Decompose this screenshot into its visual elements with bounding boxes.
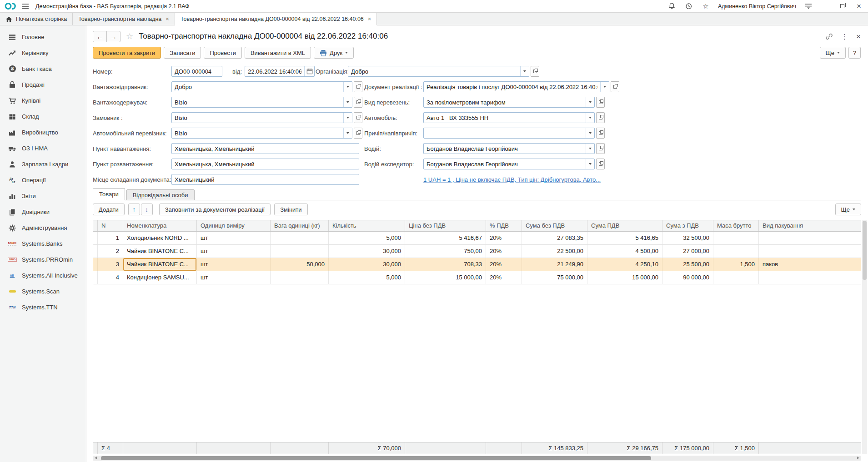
calendar-icon[interactable] [304, 66, 314, 76]
cell[interactable]: 20% [486, 232, 522, 244]
sidebar-item-systems-ttn[interactable]: TTN Systems.TTN [0, 299, 86, 315]
open-shipper-button[interactable] [354, 81, 362, 92]
cell[interactable]: 15 000,00 [587, 271, 662, 284]
cell[interactable]: шт [197, 232, 271, 244]
trailer-input[interactable] [424, 128, 586, 138]
save-button[interactable]: Записати [164, 47, 201, 59]
tab-home[interactable]: Початкова сторінка [0, 13, 73, 25]
table-row[interactable]: 2 Чайник BINATONE C... шт 30,000 750,00 … [93, 245, 861, 258]
cell[interactable]: Холодильник NORD ... [123, 232, 197, 244]
unloading-point-input[interactable] [171, 159, 359, 169]
open-organization-button[interactable] [531, 66, 539, 77]
current-user-name[interactable]: Админенко Віктор Сергійович [718, 3, 796, 10]
cell[interactable]: 4 [98, 271, 123, 284]
chevron-down-icon[interactable] [343, 97, 352, 107]
cell[interactable]: 5,000 [329, 232, 405, 244]
cell[interactable]: 3 [98, 258, 123, 271]
pricing-settings-link[interactable]: 1 UAH = 1 , Ціна не включає ПДВ, Тип цін… [423, 176, 601, 183]
tab-ttn-list[interactable]: Товарно-транспортна накладна × [73, 13, 175, 25]
sidebar-item-salary-hr[interactable]: Зарплата і кадри [0, 156, 86, 172]
cell[interactable]: 1 [98, 232, 123, 244]
sidebar-item-systems-all-inclusive[interactable]: All- Systems.All-Inclusive [0, 268, 86, 283]
cell[interactable]: 30,000 [329, 245, 405, 258]
scroll-left-arrow-icon[interactable] [95, 457, 97, 459]
cell[interactable] [271, 232, 329, 244]
help-button[interactable]: ? [848, 47, 861, 59]
close-icon[interactable]: × [166, 15, 169, 22]
open-sales-doc-button[interactable] [611, 81, 619, 92]
open-carrier-button[interactable] [354, 128, 362, 139]
organization-input[interactable] [348, 66, 520, 76]
chevron-down-icon[interactable] [586, 128, 594, 138]
open-vehicle-button[interactable] [596, 112, 605, 123]
sidebar-item-manager[interactable]: Керівнику [0, 45, 86, 61]
transport-type-input[interactable] [424, 97, 586, 107]
carrier-input[interactable] [172, 128, 343, 138]
get-link-icon[interactable] [825, 33, 833, 40]
open-trailer-button[interactable] [596, 128, 605, 139]
close-icon[interactable]: × [368, 15, 371, 22]
horizontal-scrollbar-thumb[interactable] [101, 456, 651, 460]
close-form-icon[interactable]: × [856, 33, 861, 40]
cell[interactable]: 5,000 [329, 271, 405, 284]
sidebar-item-reports[interactable]: Звіти [0, 188, 86, 204]
cell[interactable] [713, 245, 759, 258]
cell[interactable] [271, 245, 329, 258]
cell[interactable]: 20% [486, 258, 522, 271]
open-customer-button[interactable] [354, 112, 362, 123]
print-button[interactable]: Друк [314, 47, 354, 59]
cell[interactable]: 750,00 [405, 245, 486, 258]
table-more-button[interactable]: Ще [835, 204, 861, 215]
cell[interactable]: 1,500 [713, 258, 759, 271]
open-consignee-button[interactable] [354, 97, 362, 108]
shipper-input[interactable] [172, 82, 343, 92]
more-kebab-icon[interactable]: ⋮ [841, 33, 848, 40]
chevron-down-icon[interactable] [586, 144, 594, 154]
cell[interactable]: 25 500,00 [662, 258, 713, 271]
notifications-bell-icon[interactable] [667, 2, 677, 11]
cell[interactable]: шт [197, 271, 271, 284]
cell[interactable]: 5 416,67 [405, 232, 486, 244]
post-and-close-button[interactable]: Провести та закрити [93, 47, 161, 59]
chevron-down-icon[interactable] [586, 113, 594, 123]
chevron-down-icon[interactable] [343, 82, 352, 92]
cell[interactable]: шт [197, 258, 271, 271]
sidebar-item-systems-scan[interactable]: Systems.Scan [0, 283, 86, 299]
chevron-down-icon[interactable] [586, 97, 594, 107]
consignee-input[interactable] [172, 97, 343, 107]
open-driver-button[interactable] [596, 143, 605, 154]
cell[interactable] [759, 245, 861, 258]
change-button[interactable]: Змінити [274, 204, 307, 215]
date-input[interactable] [245, 66, 304, 76]
vehicle-input[interactable] [424, 113, 586, 123]
add-row-button[interactable]: Додати [93, 204, 125, 215]
sidebar-item-sales[interactable]: Продажі [0, 77, 86, 93]
loading-point-input[interactable] [171, 143, 359, 154]
cell[interactable]: 90 000,00 [662, 271, 713, 284]
sidebar-item-directories[interactable]: Довідники [0, 204, 86, 220]
move-row-up-button[interactable]: ↑ [128, 204, 140, 215]
chevron-down-icon[interactable] [520, 66, 529, 76]
customer-input[interactable] [172, 113, 343, 123]
favorites-star-icon[interactable]: ☆ [701, 2, 710, 11]
cell[interactable] [713, 271, 759, 284]
cell[interactable]: 30,000 [329, 258, 405, 271]
number-input[interactable] [171, 66, 222, 77]
sidebar-item-operations[interactable]: ДтКт Операції [0, 172, 86, 188]
cell[interactable]: Кондиціонер SAMSU... [123, 271, 197, 284]
chevron-down-icon[interactable] [343, 128, 352, 138]
chevron-down-icon[interactable] [343, 113, 352, 123]
fill-from-sales-doc-button[interactable]: Заповнити за документом реалізації [159, 204, 271, 215]
back-button[interactable]: ← [93, 31, 107, 42]
cell[interactable]: 50,000 [271, 258, 329, 271]
cell[interactable]: 27 000,00 [662, 245, 713, 258]
cell[interactable]: 2 [98, 245, 123, 258]
cell[interactable]: 708,33 [405, 258, 486, 271]
favorite-star-icon[interactable]: ☆ [126, 31, 133, 41]
sidebar-item-production[interactable]: Виробництво [0, 124, 86, 140]
driver-input[interactable] [424, 144, 586, 154]
close-window-icon[interactable]: × [854, 2, 863, 11]
more-button[interactable]: Ще [820, 47, 846, 59]
cell[interactable]: 20% [486, 245, 522, 258]
sidebar-item-warehouse[interactable]: Склад [0, 109, 86, 124]
